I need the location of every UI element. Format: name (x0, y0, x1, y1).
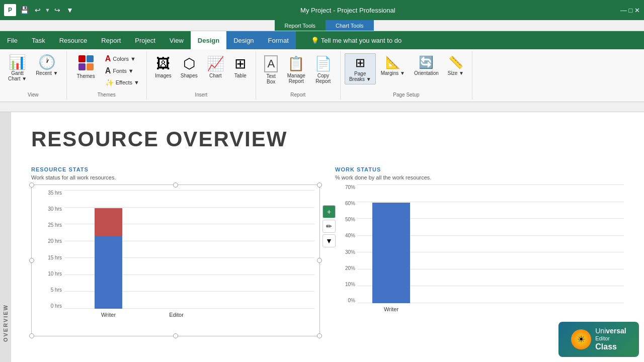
ws-y-70: 70% (335, 185, 355, 190)
menu-format[interactable]: Format (261, 31, 296, 49)
add-data-button[interactable]: + (323, 205, 336, 218)
manage-report-label: ManageReport (287, 73, 305, 84)
ws-plot (357, 185, 624, 303)
chart-icon: 📈 (207, 55, 224, 72)
writer-bar-orange (95, 208, 122, 236)
themes-button[interactable]: Themes (71, 53, 101, 81)
gantt-icon: 📊 (9, 55, 26, 69)
chart-filter-button[interactable]: ▼ (323, 234, 336, 247)
handle-bl[interactable] (29, 333, 34, 338)
themes-label: Themes (77, 73, 95, 79)
ribbon: 📊 GanttChart ▼ 🕐 Recent ▼ View (0, 49, 644, 102)
side-label-bar: OVERVIEW (0, 112, 11, 362)
menu-design-active[interactable]: Design (191, 31, 226, 49)
handle-tr[interactable] (317, 183, 322, 188)
ws-writer-bar (372, 203, 410, 303)
x-label-writer: Writer (95, 312, 122, 318)
recent-button[interactable]: 🕐 Recent ▼ (32, 53, 62, 78)
ribbon-group-view-content: 📊 GanttChart ▼ 🕐 Recent ▼ (4, 53, 62, 91)
fonts-label: Fonts ▼ (113, 68, 133, 74)
handle-tl[interactable] (29, 183, 34, 188)
lightbulb-icon: 💡 (311, 37, 319, 44)
colors-button[interactable]: A Colors ▼ (102, 53, 142, 64)
menu-project[interactable]: Project (128, 31, 162, 49)
manage-report-button[interactable]: 📋 ManageReport (283, 53, 309, 86)
shapes-button[interactable]: ⬡ Shapes (177, 53, 202, 80)
recent-icon: 🕐 (38, 55, 56, 69)
y-label-10: 10 hrs (37, 271, 62, 277)
margins-label: Margins ▼ (381, 70, 405, 76)
textbox-button[interactable]: A TextBox (260, 53, 282, 86)
bar-chart-area: 35 hrs 30 hrs 25 hrs 20 hrs 15 hrs 10 hr… (37, 190, 314, 321)
redo-button[interactable]: ↪ (52, 5, 62, 15)
tell-me-box[interactable]: 💡 Tell me what you want to do (311, 31, 401, 49)
images-button[interactable]: 🖼 Images (151, 53, 176, 80)
gantt-chart-button[interactable]: 📊 GanttChart ▼ (4, 53, 31, 83)
handle-tc[interactable] (173, 183, 178, 188)
resource-stats-section: RESOURCE STATS Work status for all work … (31, 166, 320, 336)
chart-label: Chart (209, 73, 221, 78)
fonts-button[interactable]: A Fonts ▼ (102, 65, 142, 76)
size-button[interactable]: 📏 Size ▼ (444, 53, 468, 78)
menu-design2[interactable]: Design (226, 31, 261, 49)
side-label-text: OVERVIEW (3, 304, 9, 342)
save-button[interactable]: 💾 (18, 5, 31, 15)
menu-resource[interactable]: Resource (52, 31, 95, 49)
ws-y-axis: 70% 60% 50% 40% 30% 20% 10% 0% (335, 185, 355, 303)
handle-br[interactable] (317, 333, 322, 338)
copy-report-button[interactable]: 📄 CopyReport (310, 53, 336, 86)
images-label: Images (155, 73, 172, 78)
ws-y-60: 60% (335, 201, 355, 206)
uc-badge: ☀ Universal Editor Class (558, 322, 639, 357)
title-bar: P 💾 ↩ ▼ ↪ ▼ My Project - Project Profess… (0, 0, 644, 20)
effects-button[interactable]: ✨ Effects ▼ (102, 77, 142, 87)
ribbon-group-page-setup: ⊞ PageBreaks ▼ 📐 Margins ▼ 🔄 Orientation… (341, 51, 472, 100)
table-button[interactable]: ⊞ Table (229, 53, 252, 80)
x-label-editor: Editor (163, 312, 190, 318)
ws-x-writer: Writer (372, 306, 410, 312)
uc-text: Universal Editor Class (595, 327, 626, 351)
y-axis: 35 hrs 30 hrs 25 hrs 20 hrs 15 hrs 10 hr… (37, 190, 62, 309)
y-label-5: 5 hrs (37, 287, 62, 293)
menu-task[interactable]: Task (25, 31, 52, 49)
orientation-button[interactable]: 🔄 Orientation (410, 53, 443, 78)
ribbon-group-report: A TextBox 📋 ManageReport 📄 CopyReport Re… (256, 51, 341, 100)
resource-stats-chart-wrapper[interactable]: 35 hrs 30 hrs 25 hrs 20 hrs 15 hrs 10 hr… (31, 185, 320, 336)
margins-button[interactable]: 📐 Margins ▼ (377, 53, 409, 78)
handle-mr[interactable] (317, 258, 322, 263)
resource-stats-subtitle: Work status for all work resources. (31, 174, 320, 180)
menu-file[interactable]: File (0, 31, 25, 49)
handle-bc[interactable] (173, 333, 178, 338)
menu-report[interactable]: Report (94, 31, 128, 49)
chart-style-button[interactable]: ✏ (323, 220, 336, 233)
themes-group-label: Themes (98, 91, 116, 98)
ws-bars (357, 185, 624, 303)
page-breaks-label: PageBreaks ▼ (349, 71, 371, 82)
bars (64, 190, 314, 309)
title-bar-left: P 💾 ↩ ▼ ↪ ▼ (4, 4, 75, 16)
y-label-20: 20 hrs (37, 238, 62, 244)
ws-y-40: 40% (335, 233, 355, 238)
handle-ml[interactable] (29, 258, 34, 263)
ws-y-0: 0% (335, 298, 355, 303)
menu-view[interactable]: View (163, 31, 191, 49)
charts-row: RESOURCE STATS Work status for all work … (31, 166, 624, 336)
page-breaks-button[interactable]: ⊞ PageBreaks ▼ (345, 53, 376, 84)
work-status-section: WORK STATUS % work done by all the work … (335, 166, 624, 336)
undo-button[interactable]: ↩ (33, 5, 43, 15)
uc-editor: Editor (595, 335, 626, 342)
chart-tools-tab[interactable]: Chart Tools (326, 20, 373, 31)
textbox-label: TextBox (267, 73, 276, 84)
uc-class: Class (595, 342, 626, 351)
ws-y-20: 20% (335, 265, 355, 271)
ws-x-axis: Writer (357, 303, 624, 315)
y-label-0: 0 hrs (37, 303, 62, 309)
chart-button[interactable]: 📈 Chart (203, 53, 228, 80)
ribbon-group-themes-content: Themes A Colors ▼ A Fonts ▼ ✨ Effects ▼ (71, 53, 143, 91)
view-group-label: View (28, 91, 39, 98)
window-controls: — □ ✕ (620, 7, 640, 14)
customize-button[interactable]: ▼ (64, 5, 75, 15)
report-tools-tab[interactable]: Report Tools (275, 20, 326, 31)
colors-label: Colors ▼ (113, 56, 136, 62)
y-label-25: 25 hrs (37, 222, 62, 228)
